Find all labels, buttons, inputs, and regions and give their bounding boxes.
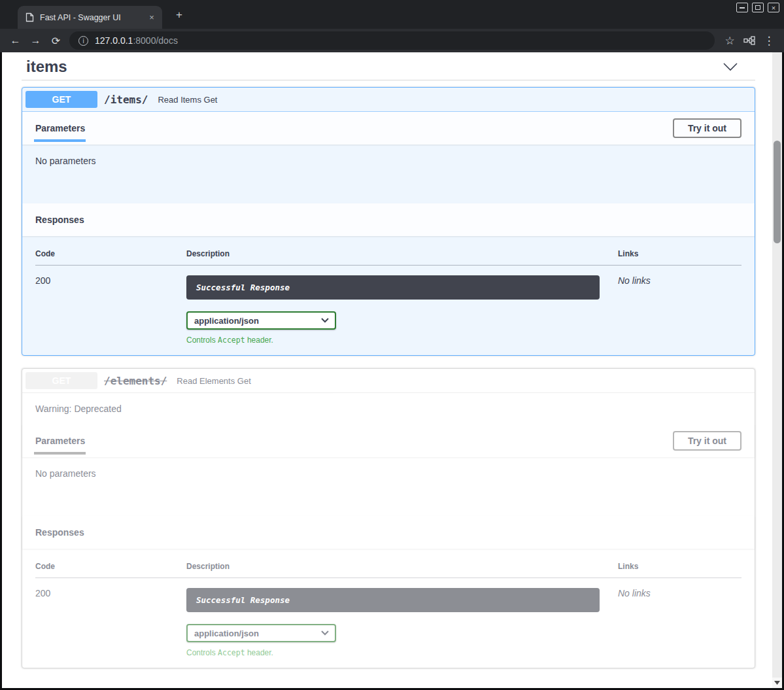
minimize-icon	[740, 7, 745, 9]
minimize-button[interactable]	[736, 3, 748, 12]
response-description-box: Successful Response	[186, 275, 600, 300]
responses-header: Responses	[22, 516, 755, 549]
parameters-tab: Parameters	[35, 123, 85, 133]
parameters-header: Parameters Try it out	[22, 112, 755, 145]
try-it-out-button[interactable]: Try it out	[673, 118, 741, 138]
media-type-select[interactable]: application/json	[186, 624, 336, 642]
close-button[interactable]: ×	[768, 3, 779, 12]
page-favicon-icon	[26, 12, 34, 22]
accept-header-note: Controls Accept header.	[186, 336, 618, 345]
scrollbar-thumb[interactable]	[774, 141, 781, 243]
responses-table-wrapper: Code Description Links 200 Successful Re…	[22, 236, 755, 355]
response-description: Successful Response	[196, 595, 290, 605]
window-controls: ×	[736, 3, 779, 12]
response-links: No links	[618, 588, 651, 598]
swagger-page: items GET /items/ Read Items Get Paramet…	[2, 52, 772, 688]
new-tab-button[interactable]: +	[173, 9, 186, 22]
description-column-header: Description	[186, 562, 618, 578]
response-row: 200 Successful Response application/json	[35, 266, 741, 345]
window-titlebar: Fast API - Swagger UI × + ×	[0, 0, 784, 29]
url-path: :8000/docs	[133, 35, 178, 46]
links-column-header: Links	[618, 562, 741, 578]
section-collapse-chevron-icon[interactable]	[722, 61, 739, 72]
response-links: No links	[618, 275, 651, 286]
scrollbar[interactable]	[772, 52, 782, 688]
method-badge: GET	[26, 91, 97, 108]
description-column-header: Description	[186, 249, 618, 266]
maximize-button[interactable]	[752, 3, 764, 12]
site-info-icon[interactable]: i	[78, 36, 88, 46]
operation-path: /elements/	[104, 375, 167, 387]
response-row: 200 Successful Response application/json	[35, 578, 741, 658]
links-column-header: Links	[618, 249, 741, 266]
back-icon[interactable]: ←	[5, 31, 26, 51]
response-code: 200	[35, 266, 186, 345]
browser-tab[interactable]: Fast API - Swagger UI ×	[18, 6, 162, 29]
method-badge: GET	[26, 372, 97, 389]
try-it-out-button[interactable]: Try it out	[673, 431, 741, 451]
url-host: 127.0.0.1	[95, 35, 133, 46]
code-column-header: Code	[35, 562, 186, 578]
responses-title: Responses	[35, 215, 84, 225]
tab-close-icon[interactable]: ×	[146, 12, 157, 22]
operation-summary[interactable]: GET /elements/ Read Elements Get	[22, 369, 755, 393]
response-description: Successful Response	[196, 283, 290, 292]
chevron-down-icon	[321, 318, 329, 323]
tag-title: items	[26, 56, 67, 77]
opblock-get-elements-deprecated: GET /elements/ Read Elements Get Warning…	[22, 368, 755, 668]
parameters-header: Parameters Try it out	[22, 424, 755, 457]
page-viewport: items GET /items/ Read Items Get Paramet…	[2, 52, 782, 688]
chevron-down-icon	[321, 630, 329, 636]
reload-icon[interactable]: ⟳	[46, 31, 66, 51]
accept-header-note: Controls Accept header.	[186, 648, 618, 657]
parameters-tab: Parameters	[35, 436, 85, 446]
scroll-down-arrow-icon	[774, 681, 780, 685]
operation-summary[interactable]: GET /items/ Read Items Get	[22, 88, 755, 112]
tab-title: Fast API - Swagger UI	[40, 13, 141, 22]
response-description-box: Successful Response	[186, 588, 600, 612]
scroll-down-button[interactable]	[772, 678, 782, 688]
forward-icon[interactable]: →	[26, 31, 46, 51]
media-type-value: application/json	[194, 316, 259, 326]
media-type-value: application/json	[194, 629, 259, 638]
response-code: 200	[35, 578, 186, 658]
bookmark-star-icon[interactable]: ☆	[720, 31, 740, 50]
responses-title: Responses	[35, 527, 84, 538]
media-type-select[interactable]: application/json	[186, 311, 336, 330]
tag-section-header[interactable]: items	[22, 52, 755, 80]
operation-path: /items/	[104, 94, 148, 106]
maximize-icon	[755, 5, 760, 10]
browser-toolbar: ← → ⟳ i 127.0.0.1:8000/docs ☆ ⋮	[0, 29, 784, 52]
menu-icon[interactable]: ⋮	[759, 31, 779, 50]
responses-header: Responses	[22, 203, 755, 236]
operation-summary-text: Read Elements Get	[177, 376, 250, 386]
responses-table-wrapper: Code Description Links 200 Successful Re…	[22, 549, 755, 668]
url-text: 127.0.0.1:8000/docs	[95, 35, 178, 46]
tab-groups-icon[interactable]	[740, 31, 759, 50]
deprecated-warning: Warning: Deprecated	[22, 393, 755, 424]
operation-summary-text: Read Items Get	[158, 95, 217, 105]
opblock-get-items: GET /items/ Read Items Get Parameters Tr…	[22, 87, 755, 356]
no-parameters-text: No parameters	[22, 457, 755, 516]
address-bar[interactable]: i 127.0.0.1:8000/docs	[69, 31, 715, 50]
no-parameters-text: No parameters	[22, 145, 755, 203]
code-column-header: Code	[35, 249, 186, 266]
